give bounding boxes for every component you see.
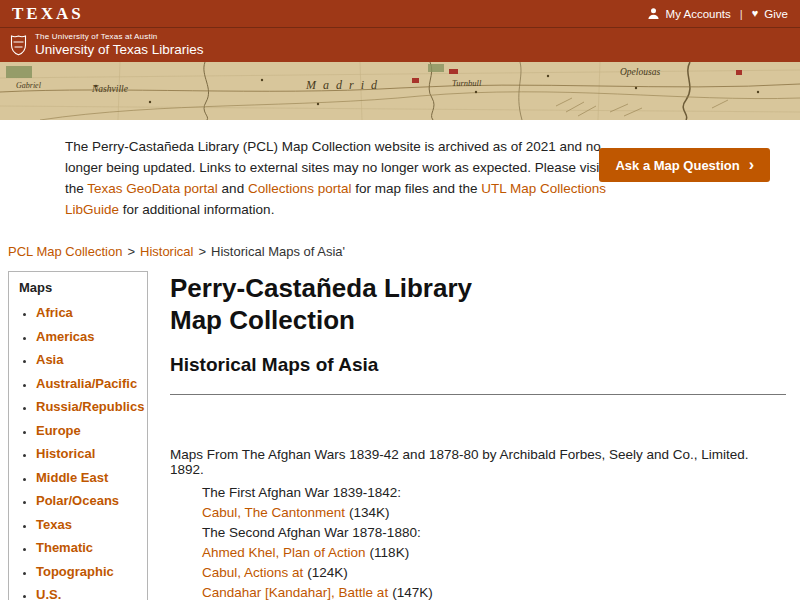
collections-portal-link[interactable]: Collections portal <box>248 181 352 196</box>
map-entry: Cabul, The Cantonment(134K) <box>202 503 786 523</box>
sidebar-item-asia[interactable]: Asia <box>36 350 137 368</box>
map-link-candahar-battle[interactable]: Candahar [Kandahar], Battle at <box>202 585 388 600</box>
topbar-divider: | <box>740 8 743 20</box>
map-banner-image: Gabriel Nashville Madrid Turnbull Opelou… <box>0 62 800 120</box>
notice-text-part: and <box>218 181 248 196</box>
map-entry: Cabul, Actions at(124K) <box>202 563 786 583</box>
ut-shield-icon <box>10 34 27 56</box>
sidebar-item-australia-pacific[interactable]: Australia/Pacific <box>36 374 137 392</box>
sidebar-item-africa[interactable]: Africa <box>36 303 137 321</box>
content-columns: Maps Africa Americas Asia Australia/Paci… <box>0 271 800 600</box>
banner-label: Nashville <box>91 84 128 94</box>
page-title: Perry-Castañeda Library Map Collection <box>170 273 786 336</box>
section-title: Historical Maps of Asia <box>170 354 786 376</box>
sidebar-item-europe[interactable]: Europe <box>36 421 137 439</box>
map-entry: Ahmed Khel, Plan of Action(118K) <box>202 543 786 563</box>
sidebar-item-russia-republics[interactable]: Russia/Republics <box>36 397 137 415</box>
breadcrumb-pcl-map-collection[interactable]: PCL Map Collection <box>8 244 122 259</box>
first-afghan-war-heading: The First Afghan War 1839-1842: <box>202 483 786 503</box>
heart-icon: ♥ <box>752 8 759 19</box>
afghan-wars-intro: Maps From The Afghan Wars 1839-42 and 18… <box>170 447 786 477</box>
topbar-links: My Accounts | ♥ Give <box>647 7 788 20</box>
archive-notice-text: The Perry-Castañeda Library (PCL) Map Co… <box>65 136 610 220</box>
archive-notice: The Perry-Castañeda Library (PCL) Map Co… <box>0 120 800 234</box>
sidebar-item-us[interactable]: U.S. <box>36 585 137 600</box>
breadcrumb-separator: > <box>127 244 135 259</box>
maps-nav-box: Maps Africa Americas Asia Australia/Paci… <box>8 271 148 600</box>
chevron-right-icon: › <box>749 157 754 173</box>
banner-label: Opelousas <box>620 67 660 77</box>
ask-map-question-button[interactable]: Ask a Map Question › <box>599 148 770 182</box>
maps-nav-list: Africa Americas Asia Australia/Pacific R… <box>19 303 137 600</box>
ask-map-question-label: Ask a Map Question <box>615 158 739 173</box>
breadcrumb-historical[interactable]: Historical <box>140 244 193 259</box>
texas-wordmark[interactable]: TEXAS <box>12 4 84 24</box>
file-size: (147K) <box>392 585 433 600</box>
sidebar-item-middle-east[interactable]: Middle East <box>36 468 137 486</box>
sidebar-item-thematic[interactable]: Thematic <box>36 538 137 556</box>
sidebar: Maps Africa Americas Asia Australia/Paci… <box>8 271 148 600</box>
libraries-wordmark[interactable]: The University of Texas at Austin Univer… <box>35 32 204 58</box>
banner-label: Gabriel <box>16 81 42 90</box>
map-link-cabul-actions[interactable]: Cabul, Actions at <box>202 565 303 580</box>
breadcrumb-current-page: Historical Maps of Asia' <box>211 244 345 259</box>
libraries-bar: The University of Texas at Austin Univer… <box>0 28 800 62</box>
texas-geodata-portal-link[interactable]: Texas GeoData portal <box>87 181 218 196</box>
notice-text-part: for additional information. <box>119 202 274 217</box>
sidebar-item-americas[interactable]: Americas <box>36 327 137 345</box>
file-size: (124K) <box>307 565 348 580</box>
libraries-name: University of Texas Libraries <box>35 42 204 58</box>
university-topbar: TEXAS My Accounts | ♥ Give <box>0 0 800 28</box>
breadcrumb-separator: > <box>198 244 206 259</box>
my-accounts-link[interactable]: My Accounts <box>666 8 731 20</box>
file-size: (118K) <box>370 545 410 560</box>
notice-text-part: for map files and the <box>351 181 481 196</box>
sidebar-item-historical[interactable]: Historical <box>36 444 137 462</box>
map-link-cabul-cantonment[interactable]: Cabul, The Cantonment <box>202 505 345 520</box>
sidebar-title-maps: Maps <box>19 280 137 295</box>
main-content: Perry-Castañeda Library Map Collection H… <box>170 271 792 600</box>
give-link[interactable]: Give <box>764 8 788 20</box>
banner-label: Turnbull <box>452 78 482 88</box>
afghan-wars-list: The First Afghan War 1839-1842: Cabul, T… <box>202 483 786 600</box>
university-name: The University of Texas at Austin <box>35 32 204 41</box>
person-icon <box>647 7 660 20</box>
title-divider <box>170 394 786 395</box>
banner-label: Madrid <box>305 78 384 92</box>
sidebar-item-topographic[interactable]: Topographic <box>36 562 137 580</box>
map-link-ahmed-khel[interactable]: Ahmed Khel, Plan of Action <box>202 545 366 560</box>
breadcrumb: PCL Map Collection>Historical>Historical… <box>0 244 800 259</box>
file-size: (134K) <box>349 505 390 520</box>
sidebar-item-texas[interactable]: Texas <box>36 515 137 533</box>
sidebar-item-polar-oceans[interactable]: Polar/Oceans <box>36 491 137 509</box>
second-afghan-war-heading: The Second Afghan War 1878-1880: <box>202 523 786 543</box>
map-entry: Candahar [Kandahar], Battle at(147K) <box>202 583 786 600</box>
